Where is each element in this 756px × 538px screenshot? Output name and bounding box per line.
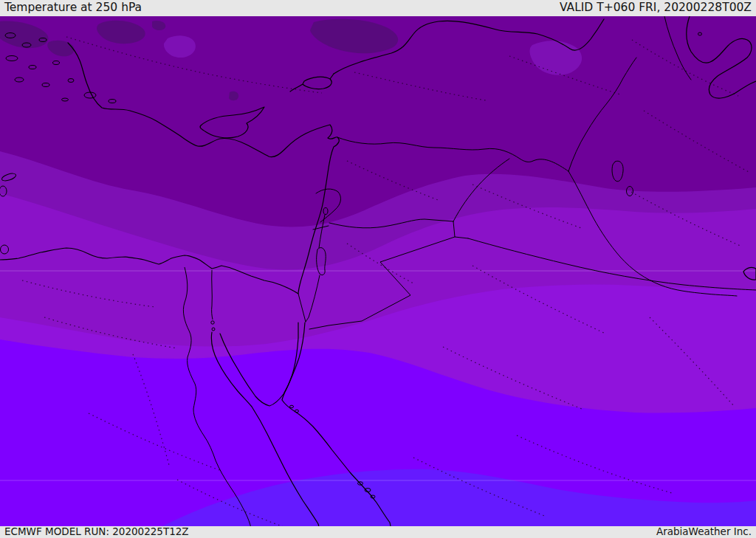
valid-time-label: VALID T+060 FRI, 20200228T00Z [560, 2, 752, 14]
weather-map [0, 0, 756, 538]
provider-credit: ArabiaWeather Inc. [656, 527, 752, 537]
temperature-bands [0, 0, 756, 538]
title-bar: Temperature at 250 hPa VALID T+060 FRI, … [0, 0, 756, 16]
weather-map-screen: Temperature at 250 hPa VALID T+060 FRI, … [0, 0, 756, 538]
credit-bar: ECMWF MODEL RUN: 20200225T12Z ArabiaWeat… [0, 526, 756, 538]
map-title: Temperature at 250 hPa [4, 2, 142, 14]
model-run-label: ECMWF MODEL RUN: 20200225T12Z [4, 527, 189, 537]
